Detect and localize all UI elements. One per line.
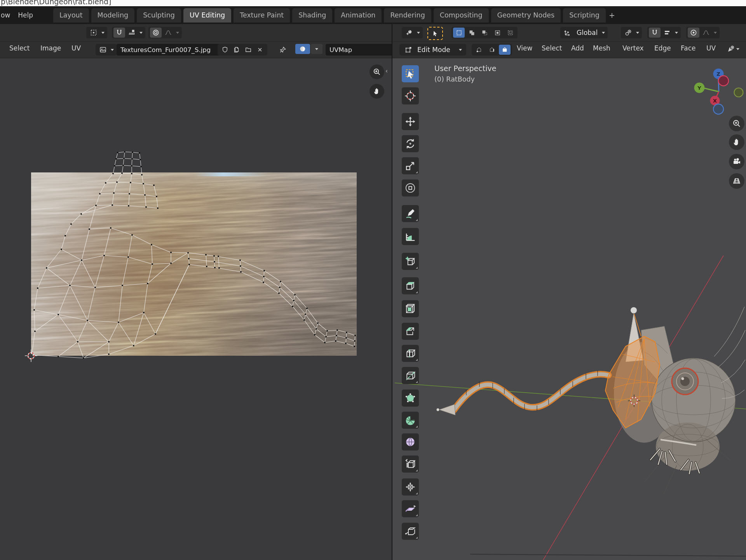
snap-magnet-icon[interactable] bbox=[113, 28, 125, 38]
vp-menu-vertex[interactable]: Vertex bbox=[618, 42, 648, 54]
uv-pan-button[interactable] bbox=[370, 84, 384, 99]
tool-loop-cut[interactable] bbox=[402, 345, 419, 362]
gizmo-z-neg-axis[interactable] bbox=[713, 104, 723, 114]
mode-subtract-icon[interactable] bbox=[479, 28, 490, 38]
vp-camera-view-button[interactable] bbox=[729, 154, 744, 169]
vp-pivot-group[interactable] bbox=[621, 27, 642, 38]
uv-menu-uv[interactable]: UV bbox=[67, 42, 85, 54]
uv-proportional-group[interactable] bbox=[148, 27, 182, 38]
vp-pan-button[interactable] bbox=[729, 134, 744, 150]
workspace-tab-rendering[interactable]: Rendering bbox=[384, 8, 431, 23]
edge-select-icon[interactable] bbox=[486, 45, 498, 55]
tool-scale[interactable] bbox=[402, 157, 419, 174]
vp-menu-view[interactable]: View bbox=[512, 42, 537, 54]
gizmo-y-neg-axis[interactable] bbox=[734, 88, 743, 97]
vp-menu-add[interactable]: Add bbox=[566, 42, 589, 54]
tool-measure[interactable] bbox=[402, 228, 419, 245]
add-workspace-button[interactable]: + bbox=[606, 9, 618, 22]
fake-user-shield-icon[interactable] bbox=[219, 45, 231, 55]
pivot-point-icon[interactable] bbox=[88, 28, 99, 38]
workspace-tab-texture-paint[interactable]: Texture Paint bbox=[234, 8, 290, 23]
tool-rip-region[interactable] bbox=[402, 523, 419, 540]
uv-snap-group[interactable] bbox=[112, 27, 145, 38]
active-tool-dropdown[interactable] bbox=[402, 27, 423, 38]
tool-rotate[interactable] bbox=[402, 135, 419, 152]
snap-increment-icon[interactable] bbox=[126, 28, 138, 38]
workspace-tab-animation[interactable]: Animation bbox=[335, 8, 382, 23]
mode-invert-icon[interactable] bbox=[492, 28, 503, 38]
browse-image-icon[interactable] bbox=[97, 45, 109, 55]
uv-editor-canvas[interactable]: ‹ bbox=[0, 58, 392, 560]
snap-magnet-icon[interactable] bbox=[649, 28, 661, 38]
uv-menu-image[interactable]: Image bbox=[36, 42, 66, 54]
tool-add-cube[interactable] bbox=[402, 253, 419, 270]
tool-inset-faces[interactable] bbox=[402, 300, 419, 317]
workspace-tab-uv-editing[interactable]: UV Editing bbox=[183, 8, 231, 23]
image-browse-group[interactable] bbox=[96, 44, 117, 56]
vp-zoom-button[interactable] bbox=[729, 116, 744, 131]
falloff-curve-icon[interactable] bbox=[162, 28, 174, 38]
menu-window-partial[interactable]: ow bbox=[0, 10, 14, 21]
tool-spin[interactable] bbox=[402, 412, 419, 429]
tool-select-box[interactable] bbox=[402, 65, 419, 82]
workspace-tab-layout[interactable]: Layout bbox=[53, 8, 89, 23]
uv-zoom-button[interactable] bbox=[370, 64, 384, 79]
vp-menu-face[interactable]: Face bbox=[676, 42, 700, 54]
uv-menu-select[interactable]: Select bbox=[5, 42, 34, 54]
proportional-editing-icon[interactable] bbox=[150, 28, 162, 38]
workspace-tab-scripting[interactable]: Scripting bbox=[563, 8, 606, 23]
vp-menu-edge[interactable]: Edge bbox=[650, 42, 676, 54]
tool-bevel[interactable] bbox=[402, 323, 419, 340]
vp-menu-mesh[interactable]: Mesh bbox=[588, 42, 615, 54]
vp-proportional-group[interactable] bbox=[686, 27, 720, 38]
vp-orthographic-button[interactable] bbox=[729, 173, 744, 189]
display-channels-dropdown[interactable] bbox=[311, 44, 322, 54]
unlink-x-icon[interactable] bbox=[254, 45, 266, 55]
mode-set-icon[interactable] bbox=[453, 28, 465, 38]
vp-menu-uv[interactable]: UV bbox=[702, 42, 720, 54]
pin-icon[interactable] bbox=[277, 45, 288, 55]
viewport-scene[interactable] bbox=[392, 58, 746, 560]
vertex-select-icon[interactable] bbox=[473, 45, 485, 55]
tool-poly-build[interactable] bbox=[402, 390, 419, 407]
display-channels-sphere-icon[interactable] bbox=[295, 44, 310, 54]
uv-collapse-arrow[interactable]: ‹ bbox=[385, 68, 388, 75]
visibility-dropdown[interactable] bbox=[727, 45, 741, 53]
tool-extrude-region[interactable] bbox=[402, 277, 419, 294]
tool-transform[interactable] bbox=[402, 179, 419, 197]
tool-shrink-fatten[interactable] bbox=[402, 478, 419, 496]
uv-mesh-overlay[interactable] bbox=[0, 58, 392, 560]
workspace-tab-geometry-nodes[interactable]: Geometry Nodes bbox=[491, 8, 561, 23]
duplicate-image-icon[interactable] bbox=[231, 45, 242, 55]
tool-move[interactable] bbox=[402, 113, 419, 130]
uv-map-field[interactable]: UVMap bbox=[326, 44, 395, 56]
tool-edge-slide[interactable] bbox=[402, 456, 419, 473]
gizmo-x-neg-axis[interactable] bbox=[718, 76, 729, 86]
workspace-tab-shading[interactable]: Shading bbox=[292, 8, 332, 23]
workspace-tab-sculpting[interactable]: Sculpting bbox=[137, 8, 181, 23]
face-select-icon[interactable] bbox=[499, 45, 511, 55]
active-tool-select-box[interactable] bbox=[427, 27, 443, 40]
snap-with-icon[interactable] bbox=[661, 28, 673, 38]
image-name-field[interactable]: TexturesCom_Fur0007_S.jpg bbox=[117, 44, 222, 56]
tool-shear[interactable] bbox=[402, 500, 419, 517]
falloff-curve-icon[interactable] bbox=[700, 28, 712, 38]
rat-model-3d[interactable] bbox=[426, 307, 745, 494]
open-folder-icon[interactable] bbox=[242, 45, 254, 55]
mode-intersect-icon[interactable] bbox=[504, 28, 516, 38]
orientation-group[interactable]: Global bbox=[560, 27, 608, 38]
tool-smooth[interactable] bbox=[402, 433, 419, 450]
workspace-tab-compositing[interactable]: Compositing bbox=[434, 8, 489, 23]
menu-help[interactable]: Help bbox=[14, 10, 37, 21]
navigation-gizmo[interactable]: Z Y X bbox=[688, 59, 746, 122]
viewport-3d-canvas[interactable]: User Perspective (0) RatBody bbox=[392, 58, 746, 560]
uv-pivot-group[interactable] bbox=[86, 27, 107, 38]
mode-selector[interactable]: Edit Mode bbox=[399, 44, 466, 56]
tool-cursor[interactable] bbox=[402, 87, 419, 104]
tool-annotate[interactable] bbox=[402, 205, 419, 222]
proportional-editing-icon[interactable] bbox=[688, 28, 699, 38]
vp-menu-select[interactable]: Select bbox=[537, 42, 566, 54]
mode-extend-icon[interactable] bbox=[466, 28, 478, 38]
tool-knife[interactable] bbox=[402, 367, 419, 384]
workspace-tab-modeling[interactable]: Modeling bbox=[91, 8, 135, 23]
